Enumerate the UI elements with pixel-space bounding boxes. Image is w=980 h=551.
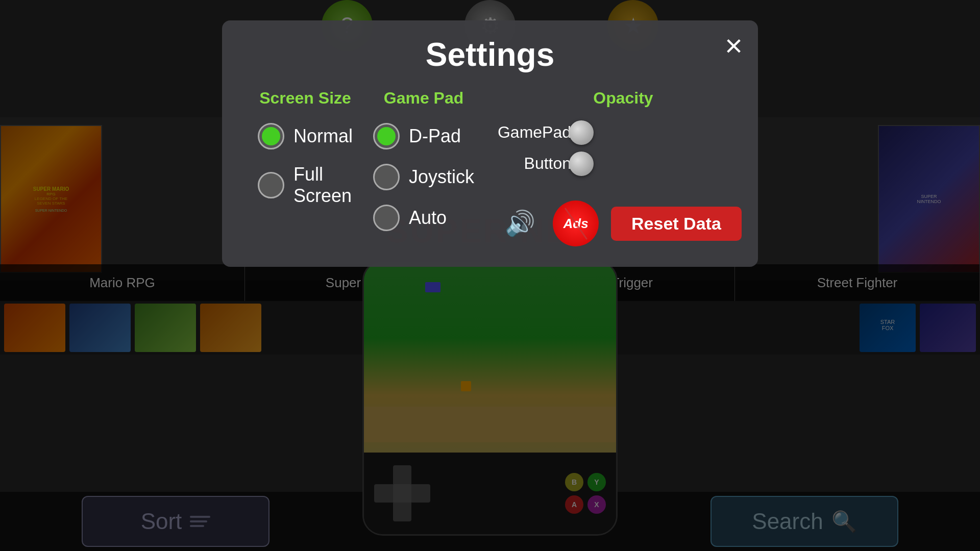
radio-fullscreen[interactable]: Full Screen <box>258 164 353 207</box>
button-slider-thumb <box>569 152 594 176</box>
gamepad-column: Game Pad D-Pad Joystick Auto <box>363 89 484 246</box>
radio-normal-outer <box>258 123 284 149</box>
reset-data-button[interactable]: Reset Data <box>611 207 742 241</box>
sound-icon[interactable]: 🔊 <box>505 209 535 238</box>
settings-title: Settings <box>248 36 732 73</box>
radio-joystick-outer <box>373 164 400 190</box>
close-button[interactable]: × <box>725 31 743 61</box>
ads-button[interactable]: Ads <box>553 201 599 246</box>
gamepad-slider-thumb <box>569 120 594 145</box>
settings-columns: Screen Size Normal Full Screen Game Pad <box>248 89 732 246</box>
radio-auto-label: Auto <box>409 207 447 229</box>
radio-dpad-inner <box>377 127 396 145</box>
button-opacity-row: Button <box>495 154 581 173</box>
screen-size-column: Screen Size Normal Full Screen <box>248 89 363 246</box>
gamepad-header: Game Pad <box>373 89 474 108</box>
radio-dpad-outer <box>373 123 400 149</box>
radio-normal-inner <box>262 127 280 145</box>
radio-fullscreen-label: Full Screen <box>293 164 353 207</box>
radio-normal[interactable]: Normal <box>258 123 353 149</box>
radio-auto-outer <box>373 205 400 231</box>
radio-normal-label: Normal <box>293 126 353 147</box>
radio-fullscreen-outer <box>258 172 284 198</box>
opacity-header: Opacity <box>495 89 752 108</box>
gamepad-opacity-row: GamePad <box>495 123 581 142</box>
opacity-column: Opacity GamePad Button 🔊 Ads <box>484 89 762 246</box>
button-opacity-label: Button <box>495 154 571 173</box>
settings-actions: 🔊 Ads Reset Data <box>495 201 752 246</box>
screen-size-header: Screen Size <box>258 89 353 108</box>
radio-dpad[interactable]: D-Pad <box>373 123 461 149</box>
radio-joystick-label: Joystick <box>409 166 474 188</box>
radio-joystick[interactable]: Joystick <box>373 164 474 190</box>
radio-dpad-label: D-Pad <box>409 126 461 147</box>
radio-auto[interactable]: Auto <box>373 205 447 231</box>
no-ads-slash <box>553 201 599 246</box>
gamepad-opacity-label: GamePad <box>495 123 571 142</box>
settings-dialog: Settings × Screen Size Normal Full Scree… <box>222 20 758 267</box>
